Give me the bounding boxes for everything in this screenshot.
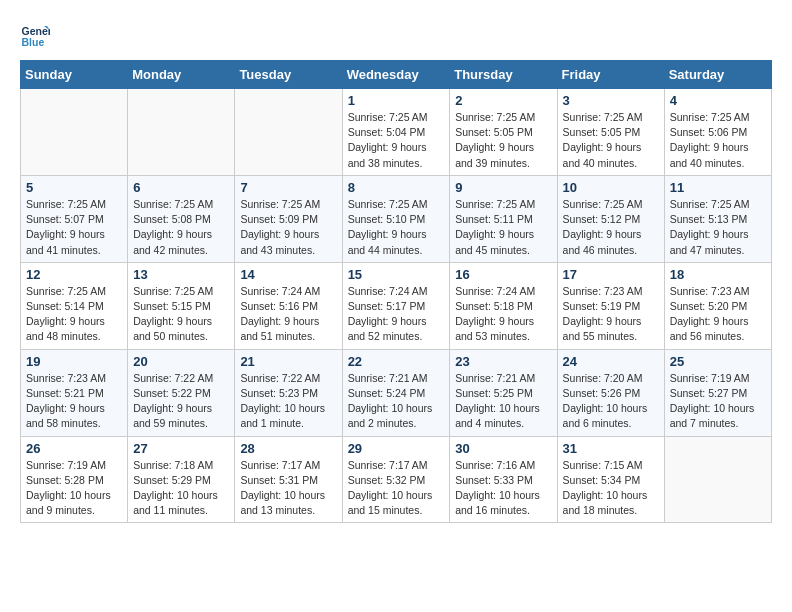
calendar-cell [235,89,342,176]
calendar-cell: 31Sunrise: 7:15 AM Sunset: 5:34 PM Dayli… [557,436,664,523]
calendar-cell: 28Sunrise: 7:17 AM Sunset: 5:31 PM Dayli… [235,436,342,523]
day-number: 3 [563,93,659,108]
day-info: Sunrise: 7:21 AM Sunset: 5:25 PM Dayligh… [455,371,551,432]
calendar-cell: 16Sunrise: 7:24 AM Sunset: 5:18 PM Dayli… [450,262,557,349]
day-number: 8 [348,180,445,195]
calendar-cell: 1Sunrise: 7:25 AM Sunset: 5:04 PM Daylig… [342,89,450,176]
day-number: 24 [563,354,659,369]
day-info: Sunrise: 7:23 AM Sunset: 5:21 PM Dayligh… [26,371,122,432]
day-info: Sunrise: 7:25 AM Sunset: 5:13 PM Dayligh… [670,197,766,258]
day-number: 4 [670,93,766,108]
day-number: 26 [26,441,122,456]
weekday-header-friday: Friday [557,61,664,89]
day-number: 5 [26,180,122,195]
day-info: Sunrise: 7:25 AM Sunset: 5:08 PM Dayligh… [133,197,229,258]
calendar-cell [21,89,128,176]
day-info: Sunrise: 7:22 AM Sunset: 5:22 PM Dayligh… [133,371,229,432]
day-info: Sunrise: 7:25 AM Sunset: 5:04 PM Dayligh… [348,110,445,171]
day-number: 14 [240,267,336,282]
calendar-cell: 24Sunrise: 7:20 AM Sunset: 5:26 PM Dayli… [557,349,664,436]
day-number: 20 [133,354,229,369]
day-info: Sunrise: 7:25 AM Sunset: 5:10 PM Dayligh… [348,197,445,258]
calendar-cell: 5Sunrise: 7:25 AM Sunset: 5:07 PM Daylig… [21,175,128,262]
day-number: 1 [348,93,445,108]
page-header: General Blue [20,20,772,50]
calendar-cell: 3Sunrise: 7:25 AM Sunset: 5:05 PM Daylig… [557,89,664,176]
day-number: 27 [133,441,229,456]
logo-icon: General Blue [20,20,50,50]
weekday-header-thursday: Thursday [450,61,557,89]
calendar-cell: 18Sunrise: 7:23 AM Sunset: 5:20 PM Dayli… [664,262,771,349]
calendar-cell: 10Sunrise: 7:25 AM Sunset: 5:12 PM Dayli… [557,175,664,262]
logo: General Blue [20,20,54,50]
calendar-cell: 27Sunrise: 7:18 AM Sunset: 5:29 PM Dayli… [128,436,235,523]
day-number: 10 [563,180,659,195]
calendar-cell: 17Sunrise: 7:23 AM Sunset: 5:19 PM Dayli… [557,262,664,349]
day-info: Sunrise: 7:15 AM Sunset: 5:34 PM Dayligh… [563,458,659,519]
day-number: 19 [26,354,122,369]
calendar-cell: 22Sunrise: 7:21 AM Sunset: 5:24 PM Dayli… [342,349,450,436]
calendar-cell: 19Sunrise: 7:23 AM Sunset: 5:21 PM Dayli… [21,349,128,436]
calendar-cell: 15Sunrise: 7:24 AM Sunset: 5:17 PM Dayli… [342,262,450,349]
day-info: Sunrise: 7:24 AM Sunset: 5:18 PM Dayligh… [455,284,551,345]
calendar-cell: 26Sunrise: 7:19 AM Sunset: 5:28 PM Dayli… [21,436,128,523]
calendar-cell: 14Sunrise: 7:24 AM Sunset: 5:16 PM Dayli… [235,262,342,349]
calendar-header-row: SundayMondayTuesdayWednesdayThursdayFrid… [21,61,772,89]
day-info: Sunrise: 7:24 AM Sunset: 5:17 PM Dayligh… [348,284,445,345]
day-info: Sunrise: 7:23 AM Sunset: 5:19 PM Dayligh… [563,284,659,345]
day-number: 12 [26,267,122,282]
calendar-cell: 20Sunrise: 7:22 AM Sunset: 5:22 PM Dayli… [128,349,235,436]
day-number: 30 [455,441,551,456]
day-number: 13 [133,267,229,282]
weekday-header-tuesday: Tuesday [235,61,342,89]
day-info: Sunrise: 7:17 AM Sunset: 5:31 PM Dayligh… [240,458,336,519]
calendar-cell: 25Sunrise: 7:19 AM Sunset: 5:27 PM Dayli… [664,349,771,436]
calendar-cell: 4Sunrise: 7:25 AM Sunset: 5:06 PM Daylig… [664,89,771,176]
day-number: 15 [348,267,445,282]
day-info: Sunrise: 7:16 AM Sunset: 5:33 PM Dayligh… [455,458,551,519]
calendar-cell: 13Sunrise: 7:25 AM Sunset: 5:15 PM Dayli… [128,262,235,349]
day-info: Sunrise: 7:25 AM Sunset: 5:07 PM Dayligh… [26,197,122,258]
day-info: Sunrise: 7:23 AM Sunset: 5:20 PM Dayligh… [670,284,766,345]
day-number: 11 [670,180,766,195]
calendar-cell [128,89,235,176]
day-info: Sunrise: 7:25 AM Sunset: 5:15 PM Dayligh… [133,284,229,345]
day-number: 28 [240,441,336,456]
day-info: Sunrise: 7:22 AM Sunset: 5:23 PM Dayligh… [240,371,336,432]
day-number: 29 [348,441,445,456]
day-info: Sunrise: 7:25 AM Sunset: 5:06 PM Dayligh… [670,110,766,171]
calendar-cell: 12Sunrise: 7:25 AM Sunset: 5:14 PM Dayli… [21,262,128,349]
calendar-week-5: 26Sunrise: 7:19 AM Sunset: 5:28 PM Dayli… [21,436,772,523]
day-number: 23 [455,354,551,369]
day-info: Sunrise: 7:25 AM Sunset: 5:05 PM Dayligh… [455,110,551,171]
day-info: Sunrise: 7:25 AM Sunset: 5:11 PM Dayligh… [455,197,551,258]
calendar-week-4: 19Sunrise: 7:23 AM Sunset: 5:21 PM Dayli… [21,349,772,436]
calendar-week-2: 5Sunrise: 7:25 AM Sunset: 5:07 PM Daylig… [21,175,772,262]
day-number: 25 [670,354,766,369]
day-number: 16 [455,267,551,282]
calendar-week-1: 1Sunrise: 7:25 AM Sunset: 5:04 PM Daylig… [21,89,772,176]
day-info: Sunrise: 7:24 AM Sunset: 5:16 PM Dayligh… [240,284,336,345]
calendar-cell: 21Sunrise: 7:22 AM Sunset: 5:23 PM Dayli… [235,349,342,436]
day-info: Sunrise: 7:19 AM Sunset: 5:27 PM Dayligh… [670,371,766,432]
calendar-cell: 8Sunrise: 7:25 AM Sunset: 5:10 PM Daylig… [342,175,450,262]
day-info: Sunrise: 7:25 AM Sunset: 5:12 PM Dayligh… [563,197,659,258]
calendar-cell: 9Sunrise: 7:25 AM Sunset: 5:11 PM Daylig… [450,175,557,262]
calendar-cell: 29Sunrise: 7:17 AM Sunset: 5:32 PM Dayli… [342,436,450,523]
calendar-cell: 23Sunrise: 7:21 AM Sunset: 5:25 PM Dayli… [450,349,557,436]
weekday-header-wednesday: Wednesday [342,61,450,89]
calendar-cell: 11Sunrise: 7:25 AM Sunset: 5:13 PM Dayli… [664,175,771,262]
day-number: 9 [455,180,551,195]
day-number: 22 [348,354,445,369]
weekday-header-saturday: Saturday [664,61,771,89]
day-info: Sunrise: 7:25 AM Sunset: 5:05 PM Dayligh… [563,110,659,171]
day-number: 17 [563,267,659,282]
day-info: Sunrise: 7:18 AM Sunset: 5:29 PM Dayligh… [133,458,229,519]
day-number: 6 [133,180,229,195]
day-info: Sunrise: 7:21 AM Sunset: 5:24 PM Dayligh… [348,371,445,432]
calendar-cell: 30Sunrise: 7:16 AM Sunset: 5:33 PM Dayli… [450,436,557,523]
svg-text:Blue: Blue [22,36,45,48]
calendar-cell: 7Sunrise: 7:25 AM Sunset: 5:09 PM Daylig… [235,175,342,262]
calendar-cell: 6Sunrise: 7:25 AM Sunset: 5:08 PM Daylig… [128,175,235,262]
day-info: Sunrise: 7:20 AM Sunset: 5:26 PM Dayligh… [563,371,659,432]
